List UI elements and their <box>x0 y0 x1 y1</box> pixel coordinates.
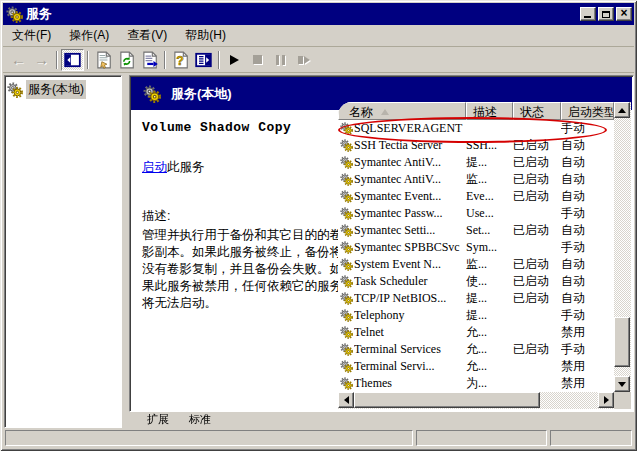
service-description: Sym... <box>466 240 513 255</box>
horizontal-scroll-thumb[interactable] <box>354 392 540 408</box>
pause-service-button[interactable] <box>269 49 292 71</box>
service-row[interactable]: Symantec AntiV... 提... 已启动 自动 <box>338 154 614 171</box>
service-startup-type: 手动 <box>561 307 614 324</box>
service-description: Use... <box>466 206 513 221</box>
service-gears-icon <box>338 139 354 152</box>
properties-button[interactable] <box>92 49 115 71</box>
service-name: Symantec Setti... <box>354 223 466 238</box>
column-header-description[interactable]: 描述 <box>466 102 513 120</box>
vertical-scrollbar[interactable] <box>614 102 631 392</box>
horizontal-scrollbar[interactable] <box>338 392 614 409</box>
service-name: SSH Tectia Server <box>354 138 466 153</box>
toolbar-separator <box>164 51 166 69</box>
start-service-suffix: 此服务 <box>167 160 205 174</box>
service-row[interactable]: SSH Tectia Server SSH... 已启动 自动 <box>338 137 614 154</box>
menu-help[interactable]: 帮助(H) <box>176 25 235 46</box>
service-gears-icon <box>338 190 354 203</box>
list-header: 名称 描述 状态 启动类型 <box>338 102 614 120</box>
menu-action[interactable]: 操作(A) <box>60 25 118 46</box>
status-panel-3 <box>550 430 632 446</box>
maximize-icon <box>602 11 610 18</box>
service-row[interactable]: Themes 为... 禁用 <box>338 375 614 392</box>
forward-icon: → <box>34 51 49 68</box>
service-status: 已启动 <box>513 256 561 273</box>
service-gears-icon <box>338 224 354 237</box>
description-text: 管理并执行用于备份和其它目的的卷影副本。如果此服务被终止，备份将没有卷影复制，并… <box>142 227 342 312</box>
scroll-right-icon <box>604 396 609 404</box>
tab-extended[interactable]: 扩展 <box>134 412 182 427</box>
services-window: 服务 × 文件(F) 操作(A) 查看(V) 帮助(H) ← → <box>0 0 637 451</box>
scroll-down-button[interactable] <box>614 376 630 392</box>
forward-button[interactable]: → <box>30 49 53 71</box>
service-startup-type: 自动 <box>561 137 614 154</box>
menu-file[interactable]: 文件(F) <box>3 25 60 46</box>
back-icon: ← <box>11 51 26 68</box>
service-gears-icon <box>338 292 354 305</box>
service-row[interactable]: TCP/IP NetBIOS... 提... 已启动 自动 <box>338 290 614 307</box>
service-action-line: 启动此服务 <box>142 159 342 176</box>
export-list-button[interactable] <box>138 49 161 71</box>
service-status: 已启动 <box>513 273 561 290</box>
refresh-button[interactable] <box>115 49 138 71</box>
restart-service-icon <box>298 56 310 64</box>
vertical-scroll-thumb[interactable] <box>614 317 630 367</box>
show-console-tree-button[interactable] <box>61 49 84 71</box>
service-startup-type: 手动 <box>561 205 614 222</box>
status-panel-1 <box>5 430 413 446</box>
service-row[interactable]: Terminal Servi... 允... 禁用 <box>338 358 614 375</box>
service-name: Task Scheduler <box>354 274 466 289</box>
start-service-icon <box>230 55 239 65</box>
scroll-right-button[interactable] <box>598 392 614 408</box>
service-description: 为... <box>466 375 513 392</box>
service-row[interactable]: Task Scheduler 使... 已启动 自动 <box>338 273 614 290</box>
back-button[interactable]: ← <box>7 49 30 71</box>
service-name: SQLSERVERAGENT <box>354 121 466 136</box>
column-header-name[interactable]: 名称 <box>338 102 466 120</box>
service-name: Symantec AntiV... <box>354 172 466 187</box>
pause-service-icon <box>276 55 285 65</box>
column-desc-label: 描述 <box>473 104 497 121</box>
help-button[interactable]: ? <box>169 49 192 71</box>
start-service-button[interactable] <box>223 49 246 71</box>
services-pane: 服务(本地) Volume Shadow Copy 启动此服务 描述: 管理并执… <box>129 75 634 412</box>
sort-ascending-icon <box>381 109 389 115</box>
service-name: Terminal Servi... <box>354 359 466 374</box>
main-area: 服务(本地) 服务(本地) Volume Shadow Copy 启动此服务 描… <box>3 73 634 428</box>
service-description: SSH... <box>466 138 513 153</box>
scrollbar-corner <box>614 392 631 409</box>
column-header-status[interactable]: 状态 <box>513 102 561 120</box>
service-row[interactable]: Symantec Passw... Use... 手动 <box>338 205 614 222</box>
service-row[interactable]: Terminal Services 允... 已启动 手动 <box>338 341 614 358</box>
services-list: 名称 描述 状态 启动类型 SQLSERVERAGENT 手动 SSH Tect… <box>338 102 631 409</box>
service-name: Terminal Services <box>354 342 466 357</box>
service-row[interactable]: Symantec Event... Eve... 已启动 自动 <box>338 188 614 205</box>
status-panel-2 <box>416 430 547 446</box>
service-row[interactable]: SQLSERVERAGENT 手动 <box>338 120 614 137</box>
service-row[interactable]: System Event N... 监... 已启动 自动 <box>338 256 614 273</box>
service-description: 允... <box>466 358 513 375</box>
service-gears-icon <box>338 207 354 220</box>
scroll-left-button[interactable] <box>338 392 354 408</box>
show-action-pane-button[interactable] <box>192 49 215 71</box>
start-service-link[interactable]: 启动 <box>142 160 167 174</box>
tree-item-services-local[interactable]: 服务(本地) <box>7 80 119 99</box>
column-header-startup-type[interactable]: 启动类型 <box>561 102 614 120</box>
minimize-button[interactable] <box>580 7 596 21</box>
service-row[interactable]: Symantec Setti... Set... 已启动 自动 <box>338 222 614 239</box>
service-row[interactable]: Symantec AntiV... 监... 已启动 自动 <box>338 171 614 188</box>
maximize-button[interactable] <box>598 7 614 21</box>
service-row[interactable]: Telnet 允... 禁用 <box>338 324 614 341</box>
service-row[interactable]: Symantec SPBBCSvc Sym... 手动 <box>338 239 614 256</box>
title-bar[interactable]: 服务 × <box>3 3 634 25</box>
restart-service-button[interactable] <box>292 49 315 71</box>
service-row[interactable]: Telephony 提... 手动 <box>338 307 614 324</box>
close-button[interactable]: × <box>616 7 632 21</box>
service-startup-type: 禁用 <box>561 358 614 375</box>
scroll-up-button[interactable] <box>614 102 630 118</box>
pane-header-label: 服务(本地) <box>171 85 232 103</box>
stop-service-button[interactable] <box>246 49 269 71</box>
service-gears-icon <box>338 275 354 288</box>
tab-standard[interactable]: 标准 <box>176 412 224 427</box>
window-title: 服务 <box>26 5 578 23</box>
menu-view[interactable]: 查看(V) <box>118 25 176 46</box>
